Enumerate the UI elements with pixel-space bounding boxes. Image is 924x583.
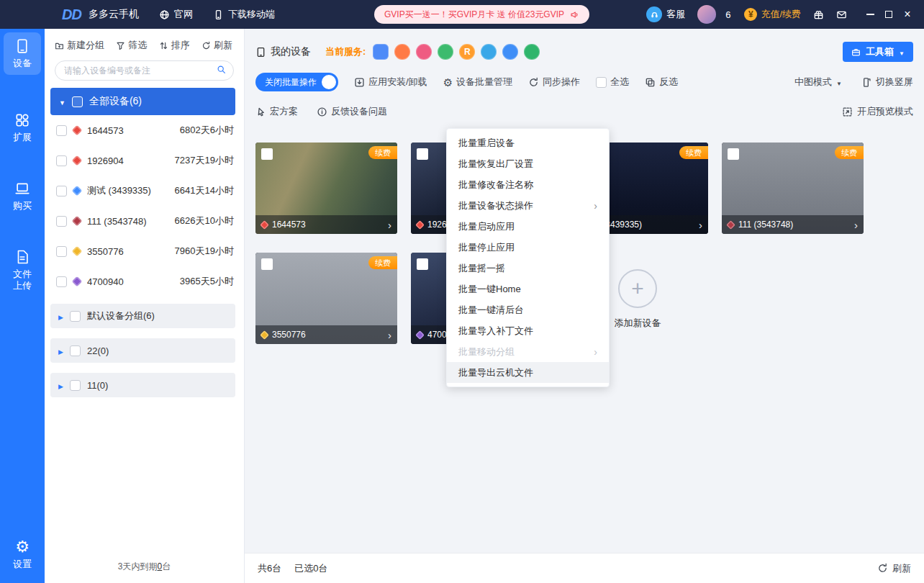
- chevron-right-icon[interactable]: [699, 220, 702, 230]
- device-list-item[interactable]: 3550776 7960天19小时: [45, 236, 244, 266]
- device-card[interactable]: 续费 3550776: [255, 253, 397, 344]
- renew-badge[interactable]: 续费: [835, 146, 864, 159]
- chevron-right-icon[interactable]: [58, 311, 63, 322]
- filter-button[interactable]: 筛选: [116, 39, 147, 52]
- menu-item-start-app[interactable]: 批量启动应用: [447, 216, 609, 237]
- maximize-button[interactable]: [879, 0, 898, 29]
- group-checkbox[interactable]: [70, 380, 81, 391]
- feedback-button[interactable]: 反馈设备问题: [317, 105, 387, 118]
- menu-item-status-ops[interactable]: 批量设备状态操作: [447, 195, 609, 216]
- mail-button[interactable]: [836, 9, 847, 20]
- renew-badge[interactable]: 续费: [368, 256, 397, 269]
- menu-item-stop-app[interactable]: 批量停止应用: [447, 237, 609, 258]
- device-checkbox[interactable]: [56, 216, 67, 227]
- menu-item-clear-background[interactable]: 批量一键清后台: [447, 299, 609, 320]
- chevron-right-icon[interactable]: [388, 220, 391, 230]
- chevron-right-icon[interactable]: [58, 380, 63, 391]
- chevron-right-icon[interactable]: [854, 220, 858, 230]
- device-card-checkbox[interactable]: [417, 148, 428, 160]
- user-avatar[interactable]: [697, 5, 716, 24]
- view-mode-dropdown[interactable]: 中图模式: [794, 76, 842, 89]
- device-checkbox[interactable]: [56, 276, 67, 287]
- sidebar-item-file-upload[interactable]: 文件上传: [4, 243, 41, 297]
- select-all-control[interactable]: 全选: [596, 76, 629, 89]
- menu-item-batch-restart[interactable]: 批量重启设备: [447, 132, 609, 153]
- chevron-right-icon[interactable]: [388, 330, 391, 340]
- invert-selection-button[interactable]: 反选: [645, 76, 678, 89]
- official-site-link[interactable]: 官网: [159, 8, 193, 21]
- promo-banner[interactable]: GVIP买一送一！买GVIP月卡 送 价值23元GVIP: [374, 5, 589, 24]
- menu-item-export-files[interactable]: 批量导出云机文件: [447, 362, 609, 383]
- menu-item-factory-reset[interactable]: 批量恢复出厂设置: [447, 153, 609, 174]
- chevron-down-icon[interactable]: [59, 96, 65, 107]
- menu-item-move-group[interactable]: 批量移动分组: [447, 341, 609, 362]
- device-list-item[interactable]: 111 (3543748) 6626天10小时: [45, 206, 244, 236]
- service-app-icon: [416, 44, 432, 60]
- sidebar-item-extensions[interactable]: 扩展: [4, 107, 41, 149]
- group-checkbox[interactable]: [70, 311, 81, 322]
- all-devices-checkbox[interactable]: [72, 96, 83, 107]
- device-group-default[interactable]: 默认设备分组(6): [50, 304, 235, 328]
- selected-count: 已选0台: [294, 562, 327, 575]
- sort-button[interactable]: 排序: [159, 39, 190, 52]
- close-button[interactable]: ×: [898, 0, 917, 29]
- refresh-icon: [201, 41, 211, 50]
- device-list-item[interactable]: 测试 (3439335) 6641天14小时: [45, 176, 244, 206]
- menu-item-home[interactable]: 批量一键Home: [447, 279, 609, 299]
- renew-badge[interactable]: 续费: [679, 146, 708, 159]
- macro-plan-button[interactable]: 宏方案: [255, 105, 298, 118]
- new-group-button[interactable]: 新建分组: [55, 39, 104, 52]
- topbar: DD 多多云手机 官网 下载移动端 GVIP买一送一！买GVIP月卡 送 价值2…: [0, 0, 924, 29]
- device-card-checkbox[interactable]: [261, 258, 273, 270]
- sync-operation-button[interactable]: 同步操作: [528, 76, 580, 89]
- device-card[interactable]: 续费 1644573: [255, 143, 397, 234]
- download-mobile-link[interactable]: 下载移动端: [213, 8, 275, 21]
- device-remaining-time: 7237天19小时: [175, 154, 234, 167]
- device-list-item[interactable]: 1926904 7237天19小时: [45, 145, 244, 176]
- device-card[interactable]: 续费 111 (3543748): [722, 143, 864, 234]
- refresh-button[interactable]: 刷新: [877, 562, 911, 575]
- switch-portrait-button[interactable]: 切换竖屏: [861, 76, 913, 89]
- device-group-22[interactable]: 22(0): [50, 338, 235, 363]
- customer-service-button[interactable]: 客服: [646, 6, 685, 22]
- device-group-11[interactable]: 11(0): [50, 373, 235, 397]
- group-checkbox[interactable]: [70, 345, 81, 356]
- device-card-checkbox[interactable]: [728, 148, 739, 160]
- device-checkbox[interactable]: [56, 155, 67, 166]
- device-checkbox[interactable]: [56, 125, 67, 136]
- device-remaining-time: 7960天19小时: [175, 245, 234, 258]
- recharge-button[interactable]: ¥ 充值/续费: [744, 8, 801, 21]
- select-all-checkbox[interactable]: [596, 77, 607, 88]
- expiry-prefix: 3天内到期: [118, 561, 158, 571]
- device-search-input[interactable]: [55, 60, 234, 81]
- sidebar-item-settings[interactable]: ⚙ 设置: [4, 533, 41, 576]
- menu-item-label: 批量移动分组: [458, 345, 515, 358]
- device-list-item[interactable]: 4700940 3965天5小时: [45, 266, 244, 297]
- batch-manage-button[interactable]: ⚙ 设备批量管理: [443, 76, 512, 89]
- menu-item-rename-note[interactable]: 批量修改备注名称: [447, 174, 609, 195]
- device-checkbox[interactable]: [56, 246, 67, 257]
- panel-toolbar: 新建分组 筛选 排序 刷新: [45, 29, 244, 52]
- close-batch-toggle[interactable]: 关闭批量操作: [255, 73, 338, 91]
- device-card-checkbox[interactable]: [417, 258, 428, 270]
- sidebar-item-devices[interactable]: 设备: [4, 32, 41, 75]
- renew-badge[interactable]: 续费: [368, 146, 397, 159]
- sidebar-item-purchase[interactable]: 购买: [4, 175, 41, 217]
- panel-refresh-button[interactable]: 刷新: [201, 39, 232, 52]
- mobile-phone-icon: [213, 9, 224, 20]
- search-icon[interactable]: [217, 65, 226, 76]
- all-devices-group[interactable]: 全部设备(6): [50, 88, 235, 115]
- preview-expand-icon: [842, 107, 853, 117]
- chevron-right-icon[interactable]: [58, 345, 63, 356]
- toolbox-button[interactable]: 工具箱: [843, 42, 913, 62]
- menu-item-import-patch[interactable]: 批量导入补丁文件: [447, 320, 609, 341]
- device-card-bar: 1644573: [255, 215, 397, 234]
- device-card-checkbox[interactable]: [261, 148, 273, 160]
- minimize-button[interactable]: [861, 0, 879, 29]
- gift-box-button[interactable]: [813, 9, 824, 20]
- preview-mode-button[interactable]: 开启预览模式: [842, 105, 913, 118]
- app-install-button[interactable]: 应用安装/卸载: [354, 76, 427, 89]
- device-list-item[interactable]: 1644573 6802天6小时: [45, 115, 244, 145]
- menu-item-shake[interactable]: 批量摇一摇: [447, 258, 609, 279]
- device-checkbox[interactable]: [56, 186, 67, 196]
